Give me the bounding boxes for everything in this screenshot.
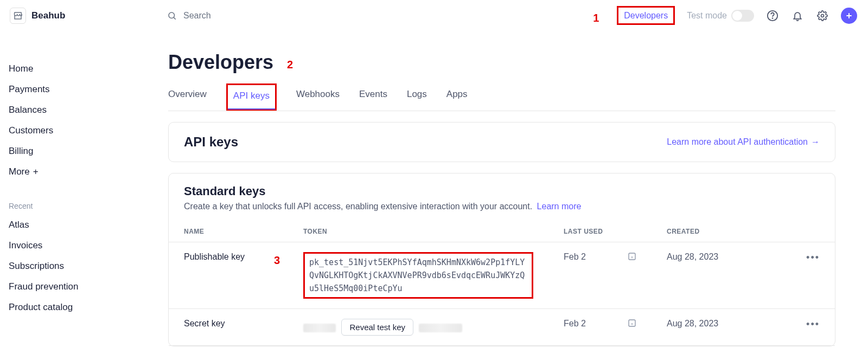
test-mode-toggle[interactable]: [731, 10, 754, 22]
row-menu-button[interactable]: •••: [806, 319, 820, 330]
table-row: Secret key Reveal test key Feb 2: [169, 309, 835, 346]
key-name: Secret key: [169, 309, 288, 346]
sidebar-item-customers[interactable]: Customers: [9, 120, 168, 141]
page-title: Developers: [168, 31, 273, 74]
svg-point-4: [821, 15, 824, 17]
sidebar-item-home[interactable]: Home: [9, 59, 168, 79]
reveal-key-button[interactable]: Reveal test key: [341, 319, 413, 336]
tab-overview[interactable]: Overview: [168, 83, 207, 111]
info-icon[interactable]: [628, 319, 636, 327]
callout-2: 2: [287, 59, 293, 71]
store-icon: [10, 8, 26, 24]
search-input[interactable]: [183, 11, 346, 21]
sidebar-item-subscriptions[interactable]: Subscriptions: [9, 256, 168, 276]
key-name: Publishable key: [169, 242, 288, 309]
learn-more-link[interactable]: Learn more: [537, 202, 582, 211]
standard-keys-desc: Create a key that unlocks full API acces…: [184, 202, 532, 211]
developers-link[interactable]: Developers: [617, 6, 675, 25]
table-row: Publishable key 3 pk_test_51Njvt5EKPhSYf…: [169, 242, 835, 309]
col-name: NAME: [169, 221, 288, 242]
link-label: Learn more about API authentication: [667, 137, 808, 147]
col-created: CREATED: [652, 221, 791, 242]
plus-icon: +: [33, 166, 39, 177]
search-icon: [167, 11, 177, 21]
brand-name: Beahub: [31, 10, 65, 21]
col-token: TOKEN: [288, 221, 548, 242]
sidebar-item-payments[interactable]: Payments: [9, 79, 168, 100]
sidebar-item-invoices[interactable]: Invoices: [9, 235, 168, 256]
svg-line-1: [174, 17, 175, 19]
created: Aug 28, 2023: [652, 242, 791, 309]
created: Aug 28, 2023: [652, 309, 791, 346]
row-menu-button[interactable]: •••: [806, 252, 820, 263]
masked-token: [419, 324, 462, 332]
tab-events[interactable]: Events: [359, 83, 387, 111]
last-used: Feb 2: [564, 252, 586, 261]
svg-point-0: [169, 12, 175, 18]
col-last-used: LAST USED: [548, 221, 652, 242]
sidebar-item-balances[interactable]: Balances: [9, 100, 168, 120]
callout-1: 1: [593, 12, 599, 24]
sidebar-item-label: More: [9, 166, 30, 177]
publishable-key-token[interactable]: pk_test_51Njvt5EKPhSYfAqmhSKHmNXkW6w2Pp1…: [303, 252, 533, 299]
gear-icon[interactable]: [816, 9, 829, 22]
help-icon[interactable]: [766, 9, 779, 22]
svg-point-3: [773, 18, 773, 18]
standard-keys-title: Standard keys: [184, 184, 820, 198]
add-button[interactable]: [841, 8, 857, 24]
sidebar-item-more[interactable]: More +: [9, 162, 168, 182]
learn-auth-link[interactable]: Learn more about API authentication →: [667, 137, 820, 147]
sidebar-item-atlas[interactable]: Atlas: [9, 215, 168, 235]
callout-3: 3: [274, 254, 280, 267]
tab-logs[interactable]: Logs: [407, 83, 427, 111]
sidebar-item-billing[interactable]: Billing: [9, 141, 168, 162]
masked-token: [303, 324, 336, 332]
api-keys-card-title: API keys: [184, 134, 238, 150]
test-mode-label: Test mode: [687, 11, 727, 21]
tab-apps[interactable]: Apps: [446, 83, 468, 111]
last-used: Feb 2: [564, 319, 586, 328]
sidebar-group-recent: Recent: [9, 182, 168, 215]
arrow-right-icon: →: [811, 137, 820, 147]
bell-icon[interactable]: [791, 9, 804, 22]
tab-webhooks[interactable]: Webhooks: [296, 83, 340, 111]
sidebar-item-catalog[interactable]: Product catalog: [9, 297, 168, 318]
info-icon[interactable]: [628, 252, 636, 261]
tab-api-keys[interactable]: API keys: [226, 83, 277, 111]
sidebar-item-fraud[interactable]: Fraud prevention: [9, 276, 168, 297]
